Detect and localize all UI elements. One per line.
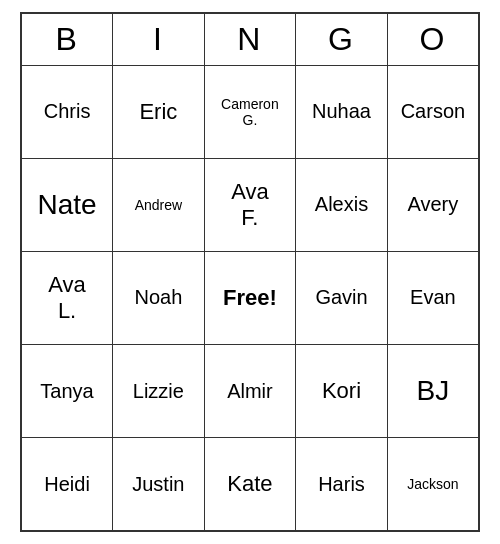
bingo-cell-0-3: Nuhaa: [296, 65, 388, 158]
header-col-g: G: [296, 13, 388, 65]
bingo-cell-3-0: Tanya: [21, 345, 113, 438]
bingo-cell-2-1: Noah: [113, 251, 205, 344]
bingo-row-0: ChrisEricCameronG.NuhaaCarson: [21, 65, 479, 158]
bingo-cell-1-4: Avery: [387, 158, 479, 251]
bingo-cell-2-4: Evan: [387, 251, 479, 344]
header-col-b: B: [21, 13, 113, 65]
bingo-row-4: HeidiJustinKateHarisJackson: [21, 438, 479, 531]
bingo-cell-1-1: Andrew: [113, 158, 205, 251]
bingo-cell-2-0: AvaL.: [21, 251, 113, 344]
bingo-cell-0-2: CameronG.: [204, 65, 296, 158]
bingo-cell-4-0: Heidi: [21, 438, 113, 531]
bingo-cell-0-0: Chris: [21, 65, 113, 158]
bingo-header-row: BINGO: [21, 13, 479, 65]
bingo-cell-3-2: Almir: [204, 345, 296, 438]
header-col-o: O: [387, 13, 479, 65]
bingo-cell-3-1: Lizzie: [113, 345, 205, 438]
bingo-cell-0-1: Eric: [113, 65, 205, 158]
bingo-cell-1-2: AvaF.: [204, 158, 296, 251]
header-col-n: N: [204, 13, 296, 65]
bingo-row-3: TanyaLizzieAlmirKoriBJ: [21, 345, 479, 438]
bingo-cell-3-4: BJ: [387, 345, 479, 438]
bingo-card: BINGO ChrisEricCameronG.NuhaaCarsonNateA…: [20, 12, 480, 532]
bingo-row-1: NateAndrewAvaF.AlexisAvery: [21, 158, 479, 251]
bingo-cell-0-4: Carson: [387, 65, 479, 158]
bingo-cell-2-2: Free!: [204, 251, 296, 344]
bingo-cell-4-2: Kate: [204, 438, 296, 531]
bingo-cell-3-3: Kori: [296, 345, 388, 438]
bingo-row-2: AvaL.NoahFree!GavinEvan: [21, 251, 479, 344]
bingo-cell-4-4: Jackson: [387, 438, 479, 531]
header-col-i: I: [113, 13, 205, 65]
bingo-cell-4-1: Justin: [113, 438, 205, 531]
bingo-cell-2-3: Gavin: [296, 251, 388, 344]
bingo-cell-1-3: Alexis: [296, 158, 388, 251]
bingo-cell-4-3: Haris: [296, 438, 388, 531]
bingo-cell-1-0: Nate: [21, 158, 113, 251]
